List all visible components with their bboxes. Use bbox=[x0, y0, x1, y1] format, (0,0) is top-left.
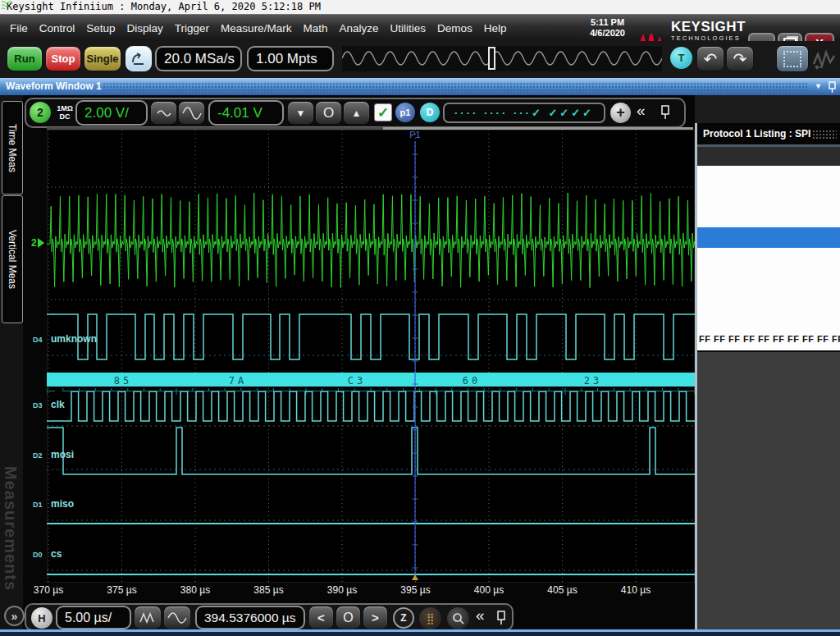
channel-2-badge[interactable]: 2 bbox=[30, 102, 51, 123]
p1-marker-label: P1 bbox=[409, 130, 420, 140]
digital-badge[interactable]: D bbox=[420, 103, 440, 122]
protocol-panel-title[interactable]: Protocol 1 Listing : SPI bbox=[697, 123, 840, 144]
trigger-badge[interactable]: T bbox=[670, 47, 692, 69]
large-sine-icon bbox=[182, 105, 202, 121]
expand-panel-button[interactable]: » bbox=[4, 606, 25, 626]
d3-clk-waveform[interactable] bbox=[47, 391, 695, 421]
tab-time-meas[interactable]: Time Meas bbox=[2, 101, 23, 194]
offset-down-button[interactable]: ▼ bbox=[287, 101, 314, 125]
protocol-row-0[interactable] bbox=[697, 166, 840, 188]
channel-label-id-d0[interactable]: D0 bbox=[33, 551, 43, 559]
position-right-button[interactable]: > bbox=[363, 606, 388, 629]
undo-icon: ↶ bbox=[704, 49, 718, 69]
menu-item-file[interactable]: File bbox=[10, 22, 28, 34]
horizontal-position-slider[interactable] bbox=[488, 47, 495, 70]
tab-vertical-meas[interactable]: Vertical Meas bbox=[2, 195, 23, 323]
menu-item-math[interactable]: Math bbox=[303, 22, 327, 34]
add-channel-button[interactable]: + bbox=[610, 103, 631, 123]
digital-channel-pattern-display[interactable]: ···· ···· ···✓ ✓✓✓✓ bbox=[443, 103, 605, 123]
waveform-window-titlebar[interactable]: Waveform Window 1 ▼ bbox=[0, 78, 840, 95]
menu-item-measure-mark[interactable]: Measure/Mark bbox=[221, 22, 291, 34]
d2-mosi-waveform[interactable] bbox=[47, 428, 695, 474]
protocol-row-7[interactable] bbox=[697, 309, 840, 332]
channel-label-name-d2[interactable]: mosi bbox=[51, 449, 74, 460]
clock: 5:11 PM 4/6/2020 bbox=[590, 17, 625, 39]
menu-item-control[interactable]: Control bbox=[39, 22, 75, 34]
menu-item-display[interactable]: Display bbox=[127, 22, 163, 34]
zoom-in-time-button[interactable] bbox=[163, 606, 191, 629]
protocol-row-4[interactable] bbox=[697, 248, 840, 270]
time-tick-label-8: 410 µs bbox=[621, 584, 651, 596]
channel-scale-field[interactable]: 2.00 V/ bbox=[75, 100, 148, 126]
clock-date: 4/6/2020 bbox=[590, 28, 625, 39]
impedance-coupling-label[interactable]: 1MΩDC bbox=[54, 104, 75, 121]
time-axis: 370 µs375 µs380 µs385 µs390 µs395 µs400 … bbox=[0, 584, 695, 601]
offset-zero-button[interactable]: O bbox=[315, 101, 342, 125]
channel-label-name-d4[interactable]: umknown bbox=[51, 333, 97, 345]
protocol-data-row[interactable]: FF FF FF FF FF FF FF FF FF FF bbox=[697, 330, 840, 352]
time-tick-label-0: 370 µs bbox=[34, 584, 63, 596]
menu-item-trigger[interactable]: Trigger bbox=[175, 22, 209, 34]
select-region-tool-button[interactable] bbox=[776, 45, 809, 72]
window-menu-chevron-icon[interactable]: ▼ bbox=[815, 78, 822, 95]
menu-item-setup[interactable]: Setup bbox=[86, 22, 115, 34]
memory-depth-field[interactable]: 1.00 Mpts bbox=[247, 46, 334, 71]
pin-icon[interactable] bbox=[495, 611, 507, 625]
menu-item-help[interactable]: Help bbox=[484, 22, 507, 34]
pin-icon[interactable] bbox=[660, 105, 671, 120]
offset-up-button[interactable]: ▲ bbox=[343, 101, 370, 125]
protocol-row-2[interactable] bbox=[697, 207, 840, 229]
collapse-chevrons-icon[interactable]: « bbox=[637, 102, 646, 120]
channel-label-name-d3[interactable]: clk bbox=[51, 399, 65, 410]
horizontal-position-field[interactable]: 394.5376000 µs bbox=[195, 606, 305, 629]
position-zero-button[interactable]: O bbox=[336, 606, 361, 629]
channel-label-name-d1[interactable]: miso bbox=[51, 498, 74, 510]
menu-item-demos[interactable]: Demos bbox=[437, 22, 472, 34]
channel-offset-field[interactable]: -4.01 V bbox=[208, 100, 284, 126]
os-window-title: Keysight Infiniium : Monday, April 6, 20… bbox=[7, 1, 321, 12]
titlebar-grip-texture bbox=[103, 82, 808, 91]
redo-button[interactable]: ↷ bbox=[726, 46, 754, 71]
analog-channel2-waveform[interactable] bbox=[47, 193, 695, 288]
menu-item-utilities[interactable]: Utilities bbox=[390, 22, 426, 34]
horizontal-position-display[interactable] bbox=[342, 46, 662, 71]
horizontal-control-bar: H 5.00 µs/ 394.5376000 µs < O > Z ⣿ « bbox=[25, 603, 514, 631]
undo-button[interactable]: ↶ bbox=[696, 46, 724, 71]
zoom-mode-button[interactable]: Z bbox=[393, 607, 414, 629]
single-button[interactable]: Single bbox=[84, 46, 121, 71]
p1-bottom-handle[interactable] bbox=[412, 574, 418, 580]
collapse-chevrons-icon[interactable]: « bbox=[476, 606, 485, 625]
pin-icon[interactable] bbox=[827, 81, 837, 93]
channel-display-checkbox[interactable]: ✓ bbox=[374, 103, 392, 121]
time-tick-label-4: 390 µs bbox=[327, 584, 357, 596]
protocol-row-6[interactable] bbox=[697, 289, 840, 311]
grab-dots-button[interactable]: ⣿ bbox=[419, 607, 441, 629]
timebase-scale-field[interactable]: 5.00 µs/ bbox=[56, 606, 131, 629]
channel-label-id-d4[interactable]: D4 bbox=[33, 336, 43, 344]
protocol-row-5[interactable] bbox=[697, 268, 840, 291]
protocol-row-3[interactable] bbox=[697, 227, 840, 249]
search-button[interactable] bbox=[447, 607, 469, 629]
os-titlebar[interactable]: Keysight Infiniium : Monday, April 6, 20… bbox=[0, 0, 840, 14]
channel-label-id-d1[interactable]: D1 bbox=[33, 501, 43, 509]
sample-rate-field[interactable]: 20.0 MSa/s bbox=[155, 46, 242, 71]
d4-waveform[interactable] bbox=[47, 314, 695, 359]
channel2-ground-marker[interactable]: 2 bbox=[31, 237, 44, 249]
scale-decrease-button[interactable] bbox=[150, 101, 177, 125]
channel-label-id-d2[interactable]: D2 bbox=[33, 451, 43, 460]
time-tick-label-2: 380 µs bbox=[180, 584, 210, 596]
horizontal-badge[interactable]: H bbox=[31, 607, 52, 629]
stop-button[interactable]: Stop bbox=[45, 46, 81, 71]
channel-label-id-d3[interactable]: D3 bbox=[33, 401, 43, 410]
position-left-button[interactable]: < bbox=[308, 606, 334, 629]
protocol-row-1[interactable] bbox=[697, 186, 840, 208]
run-button[interactable]: Run bbox=[7, 46, 43, 71]
touch-button[interactable] bbox=[126, 46, 152, 71]
channel-label-name-d0[interactable]: cs bbox=[51, 548, 62, 560]
waveform-plot[interactable]: 857AC36023P1 bbox=[47, 130, 695, 583]
probe-badge[interactable]: p1 bbox=[395, 103, 415, 122]
waveform-drag-tool-icon[interactable] bbox=[812, 48, 837, 71]
menu-item-analyze[interactable]: Analyze bbox=[339, 22, 378, 34]
scale-increase-button[interactable] bbox=[178, 101, 205, 125]
zoom-out-time-button[interactable] bbox=[134, 606, 162, 629]
